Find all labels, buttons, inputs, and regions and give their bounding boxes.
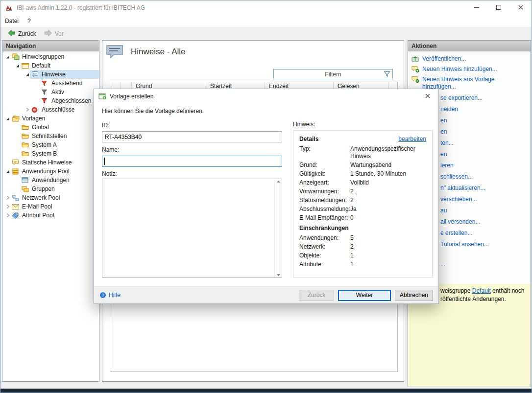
filter-funnel-icon[interactable] [384,71,390,77]
tree-item-anwendungs-pool[interactable]: Anwendungs Pool [2,167,99,176]
tree-item-hinweisgruppen[interactable]: Hinweisgruppen [2,52,99,61]
tree-item-ausschl-sse[interactable]: Ausschlüsse [2,105,99,114]
publish-icon [411,55,419,62]
name-input[interactable] [102,156,282,167]
chevron-expanded-icon[interactable] [4,169,11,174]
scroll-up-icon[interactable] [275,181,282,183]
window-title: IBI-aws Admin 1.22.0 - registriert für I… [17,4,145,11]
id-input[interactable] [102,131,282,142]
tree-item-hinweise[interactable]: Hinweise [2,70,99,79]
tree-item-vorlagen[interactable]: Vorlagen [2,114,99,123]
detail-row-objekte: Objekte:1 [299,252,426,259]
add-hint-icon [411,66,419,72]
chevron-expanded-icon[interactable] [24,72,30,77]
maximize-icon [496,4,501,11]
navigation-panel: Navigation HinweisgruppenDefaultHinweise… [2,40,99,382]
tree-item-schnittstellen[interactable]: Schnittstellen [2,132,99,140]
tree-item-content: Anwendungs Pool [11,167,99,176]
id-label: ID: [102,122,109,129]
funnel-dark-icon [41,89,49,95]
chevron-collapsed-icon[interactable] [4,213,11,218]
note-scrollbar[interactable] [274,179,282,277]
chevron-expanded-icon[interactable] [14,63,21,68]
dialog-close-button[interactable] [418,90,437,103]
tree-item-global[interactable]: Global [2,123,99,132]
tree-item-content: Aktiv [40,88,99,96]
window-bottom-edge [0,389,532,393]
detail-row-statusmeldungen: Statusmeldungen:2 [299,197,426,204]
action-label: en [440,128,447,136]
chevron-expanded-icon[interactable] [4,54,11,59]
chevron-expanded-icon[interactable] [4,116,11,121]
detail-row-netzwerk: Netzwerk:2 [299,243,426,251]
menu-help[interactable]: ? [23,16,35,26]
maximize-button[interactable] [487,0,509,15]
note-textarea[interactable] [102,179,282,278]
tree-item-e-mail-pool[interactable]: E-Mail Pool [2,202,99,211]
notice-text-2: enthält noch [491,287,525,294]
tree-item-label: E-Mail Pool [22,203,54,210]
chevron-collapsed-icon[interactable] [24,107,30,112]
action-label: schliessen... [440,173,473,181]
forward-button[interactable]: Vor [40,28,68,39]
menu-datei[interactable]: Datei [0,16,23,26]
detail-value: Wartungsabend [350,162,426,169]
tree-item-system-b[interactable]: System B [2,149,99,158]
tree-item-label: Default [32,62,52,69]
tree-item-label: Anwendungen [32,177,72,184]
tree-item-system-a[interactable]: System A [2,140,99,149]
pool-icon [12,168,20,175]
detail-label: Statusmeldungen: [299,197,350,204]
notice-text-3: röffentlichte Änderungen. [440,296,506,302]
help-link[interactable]: ? Hilfe [99,292,121,299]
scroll-down-icon[interactable] [275,274,282,276]
app-icon [5,4,13,12]
back-arrow-icon [7,29,16,38]
tree-item-gruppen[interactable]: Gruppen [2,185,99,193]
minimize-button[interactable] [465,0,487,15]
detail-value: Anwendungsspezifischer Hinweis [350,145,426,160]
action-label: n" aktualisieren... [440,185,485,192]
back-button[interactable]: Zurück [3,28,40,39]
details-rows: Typ:Anwendungsspezifischer HinweisGrund:… [299,145,426,222]
tree-item-label: Hinweisgruppen [22,53,66,60]
bearbeiten-link[interactable]: bearbeiten [398,136,426,142]
tree-item-aktiv[interactable]: Aktiv [2,88,99,96]
chevron-collapsed-icon[interactable] [4,195,11,200]
help-label: Hilfe [109,292,121,299]
tree-item-label: Anwendungs Pool [22,168,72,175]
tree-item-netzwerk-pool[interactable]: Netzwerk Pool [2,193,99,202]
tree-item-statische-hinweise[interactable]: Statische Hinweise [2,158,99,167]
forward-label: Vor [55,30,64,37]
filter-input[interactable]: Filtern [273,69,393,79]
tree-item-default[interactable]: Default [2,61,99,70]
tree-item-ausstehend[interactable]: Ausstehend [2,79,99,88]
detail-label: Netzwerk: [299,243,350,251]
detail-row-anzeigeart: Anzeigeart:Vollbild [299,179,426,186]
tree-item-content: Schnittstellen [21,132,99,140]
abbrechen-button[interactable]: Abbrechen [395,290,433,301]
window-blue-icon [22,177,30,183]
detail-value: Ja [350,206,426,213]
action-label: en [440,117,447,124]
action-label: ieren [440,162,454,169]
tree-item-attribut-pool[interactable]: Attribut Pool [2,211,99,220]
close-button[interactable] [509,0,532,15]
zurueck-button[interactable]: Zurück [299,290,334,301]
detail-label: Abschlussmeldung: [299,206,350,213]
tree-item-label: Netzwerk Pool [22,194,62,201]
folder-icon [22,142,30,148]
tree-item-abgeschlossen[interactable]: Abgeschlossen [2,96,99,105]
bubble-blue-icon [31,71,40,78]
action-ver-ffentlichen[interactable]: Veröffentlichen... [408,54,531,64]
page-title-row: Hinweise - Alle [106,45,186,59]
folder-icon [22,133,30,139]
default-link[interactable]: Default [472,287,491,294]
chevron-collapsed-icon[interactable] [4,204,11,209]
detail-value: 1 Stunde, 30 Minuten [350,170,426,178]
tree-item-anwendungen[interactable]: Anwendungen [2,176,99,185]
weiter-button[interactable]: Weiter [338,290,391,301]
page-title: Hinweise - Alle [131,47,186,57]
detail-label: Grund: [299,162,350,169]
action-neuen-hinweis-hinzuf-gen[interactable]: Neuen Hinweis hinzufügen... [408,64,531,74]
